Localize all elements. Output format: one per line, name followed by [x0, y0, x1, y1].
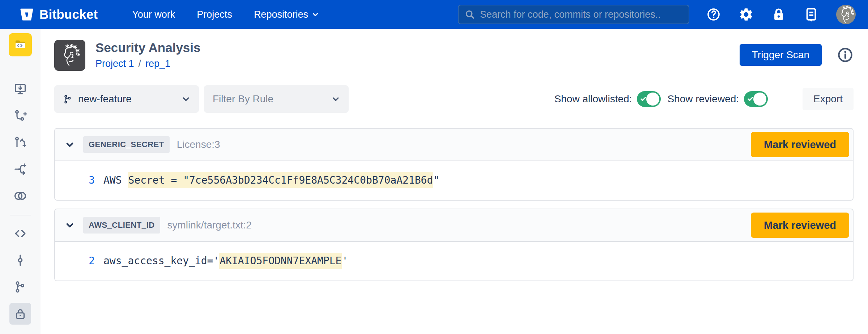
code-line: 2 aws_access_key_id='AKIAIO5FODNN7EXAMPL…	[55, 255, 853, 267]
search-input[interactable]	[480, 9, 683, 20]
branch-selector-dropdown[interactable]: new-feature	[54, 85, 199, 113]
breadcrumb-project-link[interactable]: Project 1	[95, 58, 134, 69]
branch-selector-value: new-feature	[78, 93, 132, 105]
create-pull-request-icon[interactable]	[9, 132, 31, 153]
rule-badge: GENERIC_SECRET	[83, 136, 170, 153]
info-icon[interactable]	[837, 47, 854, 63]
mark-reviewed-button[interactable]: Mark reviewed	[751, 213, 849, 238]
finding-location: License:3	[177, 139, 220, 150]
export-button[interactable]: Export	[803, 88, 854, 110]
source-code-icon[interactable]	[9, 223, 31, 244]
finding-card: AWS_CLIENT_ID symlink/target.txt:2 Mark …	[54, 209, 854, 281]
finding-location: symlink/target.txt:2	[167, 219, 252, 231]
feedback-icon[interactable]	[804, 7, 819, 22]
nav-projects[interactable]: Projects	[197, 9, 232, 20]
chevron-down-icon	[331, 95, 340, 103]
line-number: 2	[55, 255, 95, 267]
settings-gear-icon[interactable]	[739, 7, 754, 22]
sidebar-divider	[10, 215, 31, 215]
show-allowlisted-toggle[interactable]	[637, 91, 661, 107]
check-icon	[747, 95, 754, 103]
filter-row: new-feature Filter By Rule Show allowlis…	[54, 85, 854, 113]
breadcrumb: Project 1 / rep_1	[95, 58, 201, 69]
user-avatar[interactable]	[836, 5, 856, 24]
finding-card-body: 2 aws_access_key_id='AKIAIO5FODNN7EXAMPL…	[55, 242, 853, 281]
chevron-down-icon[interactable]	[65, 140, 75, 149]
code-text: aws_access_key_id='AKIAIO5FODNN7EXAMPLE'	[103, 255, 348, 267]
commits-icon[interactable]	[9, 249, 31, 271]
bitbucket-logo[interactable]: Bitbucket	[20, 7, 98, 22]
security-lock-icon[interactable]	[9, 303, 31, 325]
show-reviewed-label: Show reviewed:	[667, 93, 739, 105]
check-icon	[640, 95, 647, 103]
mark-reviewed-button[interactable]: Mark reviewed	[751, 132, 849, 157]
primary-nav: Your work Projects Repositories	[132, 9, 319, 20]
search-icon	[464, 9, 475, 20]
create-branch-icon[interactable]	[9, 105, 31, 127]
finding-card-body: 3 AWS Secret = "7ce556A3bD234Cc1Ff9E8A5C…	[55, 161, 853, 200]
rule-filter-dropdown[interactable]: Filter By Rule	[204, 85, 349, 113]
repo-avatar	[54, 40, 85, 71]
nav-your-work[interactable]: Your work	[132, 9, 175, 20]
brand-name: Bitbucket	[39, 7, 98, 22]
nav-icon-group	[706, 5, 856, 24]
toggle-knob	[646, 93, 659, 106]
breadcrumb-repo-link[interactable]: rep_1	[145, 58, 170, 69]
lock-icon[interactable]	[771, 7, 786, 22]
chevron-down-icon	[312, 11, 319, 18]
main-content: Security Analysis Project 1 / rep_1 Trig…	[41, 29, 868, 334]
chevron-down-icon	[182, 95, 190, 103]
create-pipeline-icon[interactable]	[9, 158, 31, 180]
compare-circles-icon[interactable]	[9, 185, 31, 207]
toggle-knob	[753, 93, 766, 106]
show-reviewed-toggle[interactable]	[744, 91, 768, 107]
show-allowlisted-label: Show allowlisted:	[554, 93, 632, 105]
finding-card: GENERIC_SECRET License:3 Mark reviewed 3…	[54, 128, 854, 201]
finding-card-header: GENERIC_SECRET License:3 Mark reviewed	[55, 129, 853, 161]
nav-repositories[interactable]: Repositories	[254, 9, 319, 20]
code-text: AWS Secret = "7ce556A3bD234Cc1Ff9E8A5C32…	[103, 174, 439, 186]
repository-code-folder-icon[interactable]	[9, 33, 32, 56]
title-block: Security Analysis Project 1 / rep_1	[95, 40, 201, 69]
page-header: Security Analysis Project 1 / rep_1 Trig…	[54, 40, 854, 71]
chevron-down-icon[interactable]	[65, 220, 75, 230]
bitbucket-bucket-icon	[20, 7, 34, 22]
toggle-group: Show allowlisted: Show reviewed: Export	[554, 88, 854, 110]
repo-sidebar	[0, 29, 41, 334]
breadcrumb-separator: /	[139, 58, 141, 69]
git-branch-icon	[63, 94, 73, 104]
secret-highlight: Secret = "7ce556A3bD234Cc1Ff9E8A5C324C0b…	[128, 172, 433, 188]
trigger-scan-button[interactable]: Trigger Scan	[740, 44, 822, 66]
branches-icon[interactable]	[9, 276, 31, 298]
finding-card-header: AWS_CLIENT_ID symlink/target.txt:2 Mark …	[55, 209, 853, 242]
code-line: 3 AWS Secret = "7ce556A3bD234Cc1Ff9E8A5C…	[55, 174, 853, 186]
rule-filter-placeholder: Filter By Rule	[213, 93, 273, 105]
rule-badge: AWS_CLIENT_ID	[83, 217, 160, 234]
page-title: Security Analysis	[95, 40, 201, 55]
clone-icon[interactable]	[9, 78, 31, 100]
header-actions: Trigger Scan	[740, 40, 854, 66]
global-search	[458, 5, 689, 24]
secret-highlight: AKIAIO5FODNN7EXAMPLE	[219, 253, 342, 269]
help-icon[interactable]	[706, 7, 721, 22]
top-navigation-bar: Bitbucket Your work Projects Repositorie…	[0, 0, 868, 29]
line-number: 3	[55, 174, 95, 186]
